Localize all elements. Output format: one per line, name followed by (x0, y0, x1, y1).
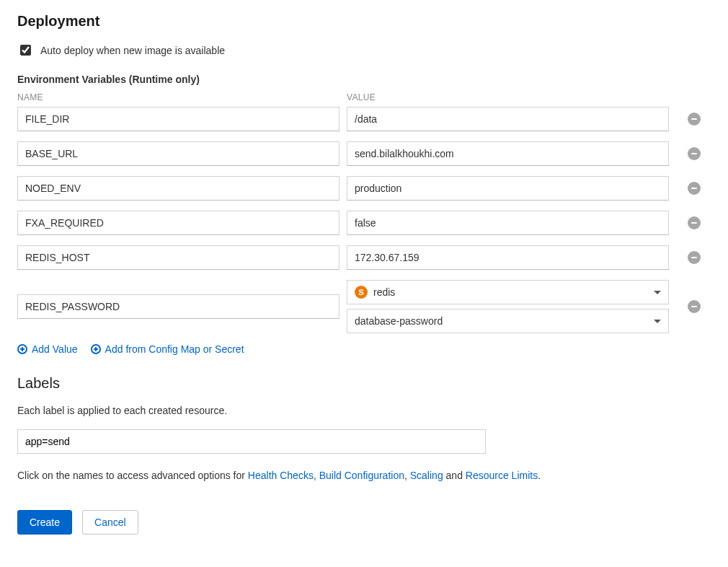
plus-circle-icon (91, 344, 101, 354)
env-vars-table: NAME VALUE S redis (17, 92, 711, 333)
advanced-options-text: Click on the names to access advanced op… (17, 470, 711, 481)
auto-deploy-checkbox[interactable] (20, 45, 31, 56)
labels-title: Labels (17, 375, 711, 392)
chevron-down-icon (654, 320, 661, 323)
add-from-config-label: Add from Config Map or Secret (105, 343, 244, 355)
health-checks-link[interactable]: Health Checks (248, 470, 314, 481)
env-name-input[interactable] (17, 245, 339, 270)
auto-deploy-row: Auto deploy when new image is available (17, 43, 711, 58)
scaling-link[interactable]: Scaling (410, 470, 443, 481)
remove-env-button[interactable] (687, 299, 701, 314)
build-config-link[interactable]: Build Configuration (319, 470, 404, 481)
env-name-input[interactable] (17, 176, 339, 201)
advanced-and: and (443, 470, 466, 481)
secret-source-dropdown[interactable]: S redis (347, 280, 669, 304)
minus-circle-icon (688, 147, 701, 160)
create-button[interactable]: Create (17, 510, 72, 535)
plus-circle-icon (17, 344, 27, 354)
env-row-secret: S redis database-password (17, 280, 711, 333)
remove-env-button[interactable] (687, 216, 701, 230)
cancel-button[interactable]: Cancel (82, 510, 138, 535)
label-input[interactable] (17, 429, 486, 454)
add-from-config-link[interactable]: Add from Config Map or Secret (91, 343, 244, 355)
env-name-input[interactable] (17, 211, 339, 235)
env-name-input[interactable] (17, 141, 339, 166)
remove-env-button[interactable] (687, 250, 701, 265)
remove-env-button[interactable] (687, 181, 701, 195)
env-value-input[interactable] (347, 107, 669, 131)
labels-description: Each label is applied to each created re… (17, 405, 711, 416)
env-row (17, 176, 711, 201)
secret-source-label: redis (373, 286, 395, 298)
env-name-input[interactable] (17, 294, 339, 319)
env-col-name: NAME (17, 92, 339, 102)
deployment-title: Deployment (17, 13, 711, 30)
minus-circle-icon (688, 251, 701, 264)
env-vars-header: Environment Variables (Runtime only) (17, 74, 711, 85)
env-value-input[interactable] (347, 211, 669, 235)
remove-env-button[interactable] (687, 112, 701, 126)
minus-circle-icon (688, 216, 701, 229)
remove-env-button[interactable] (687, 146, 701, 161)
add-value-label: Add Value (32, 343, 78, 355)
secret-key-dropdown[interactable]: database-password (347, 309, 669, 333)
auto-deploy-label: Auto deploy when new image is available (40, 45, 225, 56)
env-col-value: VALUE (347, 92, 669, 102)
add-value-link[interactable]: Add Value (17, 343, 78, 355)
env-row (17, 245, 711, 270)
minus-circle-icon (688, 182, 701, 195)
advanced-prefix: Click on the names to access advanced op… (17, 470, 248, 481)
resource-limits-link[interactable]: Resource Limits (466, 470, 538, 481)
env-value-input[interactable] (347, 176, 669, 201)
secret-badge-icon: S (355, 286, 368, 299)
secret-key-label: database-password (355, 315, 443, 327)
env-row (17, 141, 711, 166)
minus-circle-icon (688, 113, 701, 126)
minus-circle-icon (688, 300, 701, 313)
env-row (17, 107, 711, 131)
env-name-input[interactable] (17, 107, 339, 131)
env-value-input[interactable] (347, 141, 669, 166)
env-value-input[interactable] (347, 245, 669, 270)
env-row (17, 211, 711, 235)
chevron-down-icon (654, 291, 661, 294)
